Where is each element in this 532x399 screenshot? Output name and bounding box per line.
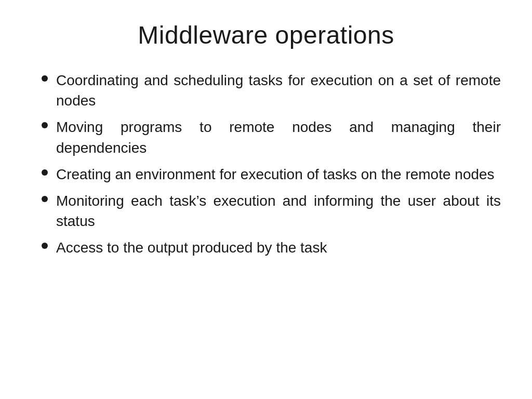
bullet-item-4: Monitoring each task’s execution and inf… <box>42 191 501 231</box>
bullet-item-3: Creating an environment for execution of… <box>42 164 501 184</box>
bullet-text-4: Monitoring each task’s execution and inf… <box>56 191 501 231</box>
bullet-item-1: Coordinating and scheduling tasks for ex… <box>42 70 501 111</box>
bullet-text-3: Creating an environment for execution of… <box>56 164 501 184</box>
bullet-text-1: Coordinating and scheduling tasks for ex… <box>56 70 501 111</box>
slide: Middleware operations Coordinating and s… <box>0 0 532 399</box>
bullet-list: Coordinating and scheduling tasks for ex… <box>42 70 501 258</box>
bullet-dot-5 <box>42 243 48 249</box>
bullet-dot-3 <box>42 169 48 176</box>
slide-title: Middleware operations <box>31 21 501 49</box>
bullet-item-2: Moving programs to remote nodes and mana… <box>42 117 501 157</box>
bullet-dot-1 <box>42 75 48 82</box>
bullet-dot-2 <box>42 122 48 128</box>
bullet-dot-4 <box>42 196 48 202</box>
bullet-item-5: Access to the output produced by the tas… <box>42 237 501 258</box>
bullet-text-2: Moving programs to remote nodes and mana… <box>56 117 501 157</box>
bullet-text-5: Access to the output produced by the tas… <box>56 237 501 258</box>
